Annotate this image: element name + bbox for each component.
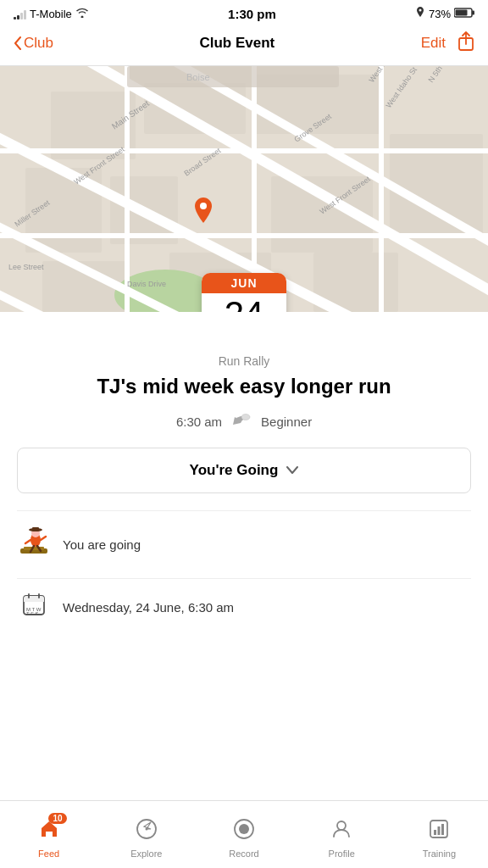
tab-training-label: Training: [423, 849, 456, 859]
svg-rect-60: [438, 826, 441, 835]
character-icon: [17, 525, 51, 565]
svg-rect-38: [127, 66, 339, 87]
going-status-row: You are going: [17, 510, 471, 578]
svg-rect-2: [456, 10, 468, 16]
tab-bar: 10 Feed Explore Record: [0, 800, 488, 868]
tab-feed-label: Feed: [38, 849, 59, 859]
svg-point-41: [241, 414, 250, 420]
date-detail-text: Wednesday, 24 June, 6:30 am: [63, 600, 234, 615]
signal-icon: [14, 9, 26, 19]
calendar-month: JUN: [202, 273, 286, 293]
tab-profile-label: Profile: [329, 849, 355, 859]
svg-rect-61: [441, 824, 444, 835]
explore-icon: [136, 818, 158, 845]
going-button[interactable]: You're Going: [17, 448, 471, 493]
event-type: Run Rally: [17, 354, 471, 368]
status-bar: T-Mobile 1:30 pm 73%: [0, 0, 488, 25]
tab-training[interactable]: Training: [391, 811, 488, 859]
wifi-icon: [75, 8, 89, 20]
record-icon: [233, 818, 255, 845]
svg-text:T F S: T F S: [26, 611, 39, 616]
svg-rect-47: [32, 527, 39, 531]
battery-icon: [454, 8, 474, 20]
tab-feed[interactable]: 10 Feed: [0, 811, 97, 859]
svg-text:Lee Street: Lee Street: [8, 263, 44, 271]
location-icon: [415, 7, 425, 21]
svg-rect-59: [434, 830, 436, 835]
nav-actions: Edit: [421, 31, 474, 55]
chevron-down-icon: [286, 464, 298, 477]
svg-point-54: [145, 827, 147, 830]
tab-explore[interactable]: Explore: [97, 811, 195, 859]
edit-button[interactable]: Edit: [421, 35, 446, 52]
page-title: Club Event: [199, 35, 274, 52]
status-left: T-Mobile: [14, 8, 89, 20]
map-pin: [191, 198, 215, 231]
event-time: 6:30 am: [176, 415, 222, 429]
calendar-icon: M T W T F S: [17, 593, 51, 622]
svg-text:Boise: Boise: [186, 72, 210, 82]
svg-rect-50: [24, 599, 44, 602]
nav-bar: Club Club Event Edit: [0, 25, 488, 66]
date-row: M T W T F S Wednesday, 24 June, 6:30 am: [17, 578, 471, 636]
map-area: Main Street West Front Street Broad Stre…: [0, 66, 488, 312]
tab-record-label: Record: [229, 849, 258, 859]
svg-point-57: [337, 821, 346, 830]
event-meta: 6:30 am Beginner: [17, 413, 471, 431]
svg-point-56: [239, 824, 249, 834]
going-label: You're Going: [190, 462, 279, 479]
back-label: Club: [24, 35, 53, 52]
tab-record[interactable]: Record: [195, 811, 292, 859]
tab-explore-label: Explore: [130, 849, 162, 859]
tab-profile[interactable]: Profile: [293, 811, 391, 859]
event-content: Run Rally TJ's mid week easy longer run …: [0, 312, 488, 653]
profile-icon: [330, 818, 352, 845]
svg-text:Davis Drive: Davis Drive: [127, 280, 166, 288]
going-status-text: You are going: [63, 537, 141, 552]
calendar-badge: JUN 24: [202, 273, 286, 312]
training-icon: [428, 818, 450, 845]
battery-label: 73%: [429, 8, 451, 20]
level-icon: [232, 413, 251, 431]
svg-rect-1: [472, 11, 474, 15]
back-button[interactable]: Club: [14, 35, 53, 52]
calendar-day: 24: [202, 293, 286, 312]
feed-badge: 10: [48, 813, 66, 824]
event-level: Beginner: [261, 415, 312, 429]
share-button[interactable]: [458, 31, 474, 55]
status-right: 73%: [415, 7, 474, 21]
svg-point-40: [200, 203, 207, 209]
feed-icon: 10: [38, 818, 60, 845]
event-title: TJ's mid week easy longer run: [17, 375, 471, 399]
status-time: 1:30 pm: [228, 7, 276, 21]
carrier-label: T-Mobile: [30, 8, 72, 20]
